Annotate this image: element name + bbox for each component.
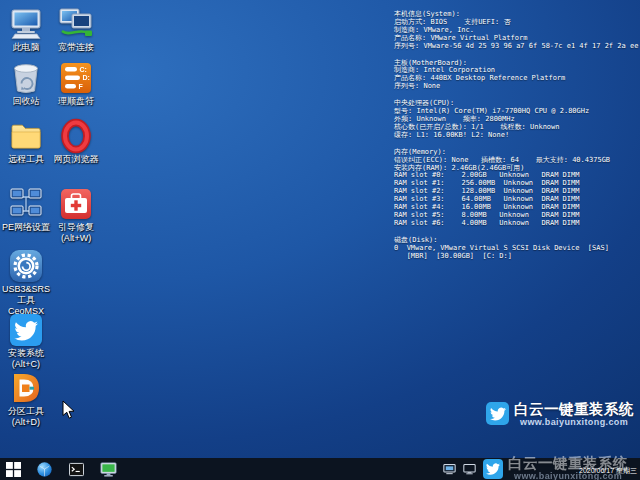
taskbar-cmd-button[interactable] [66, 458, 86, 480]
taskbar-clock[interactable]: 2020/06/17 星期三 [579, 467, 637, 475]
info-section-disk: 磁盘(Disk): 0 VMware, VMware Virtual S SCS… [394, 237, 638, 261]
desktop-icon-drive-letters[interactable]: C: D: F 理顺盘符 [52, 60, 100, 107]
mouse-cursor [62, 400, 76, 424]
computer-icon [8, 6, 44, 42]
icon-label: 网页浏览器 [52, 154, 100, 165]
brand-watermark: 白云一键重装系统 www.baiyunxitong.com [486, 402, 634, 427]
tray-display-icon[interactable] [440, 458, 458, 480]
desktop-icon-this-pc[interactable]: 此电脑 [2, 6, 50, 53]
desktop-icon-pe-network-settings[interactable]: PE网络设置 [2, 186, 50, 233]
gear-icon [8, 248, 44, 284]
start-button[interactable] [4, 458, 22, 480]
icon-label: PE网络设置 [2, 222, 50, 233]
command-prompt-icon [69, 462, 84, 477]
desktop-icon-usb3-srs-tool[interactable]: USB3&SRS 工具CeoMSX [2, 248, 50, 317]
desktop-icon-remote-tools[interactable]: 远程工具 [2, 118, 50, 165]
info-section-system: 本机信息(System): 启动方式: BIOS 支持UEFI: 否 制造商: … [394, 11, 638, 51]
svg-text:F: F [79, 83, 84, 90]
opera-icon [58, 118, 94, 154]
brand-url: www.baiyunxitong.com [520, 417, 634, 427]
icon-label: 此电脑 [2, 42, 50, 53]
taskbar-baiyun-app-button[interactable] [481, 458, 505, 480]
icon-label: 理顺盘符 [52, 96, 100, 107]
windows-logo-icon [6, 462, 21, 477]
icon-label: 宽带连接 [52, 42, 100, 53]
computer-monitor-icon [100, 461, 117, 478]
desktop-icon-web-browser[interactable]: 网页浏览器 [52, 118, 100, 165]
bird-icon [8, 312, 44, 348]
diskgenius-icon [8, 370, 44, 406]
broadband-connection-icon [58, 6, 94, 42]
icon-sublabel: (Alt+D) [2, 417, 50, 428]
taskbar-gem-tool-button[interactable] [34, 458, 54, 480]
icon-label: 远程工具 [2, 154, 50, 165]
icon-label: 分区工具 [2, 406, 50, 417]
system-info-panel: 本机信息(System): 启动方式: BIOS 支持UEFI: 否 制造商: … [394, 11, 638, 269]
icon-label: USB3&SRS [2, 284, 50, 295]
folder-icon [8, 118, 44, 154]
gem-icon [36, 461, 53, 478]
network-icon [8, 186, 44, 222]
desktop-icon-install-system[interactable]: 安装系统 (Alt+C) [2, 312, 50, 370]
svg-text:D:: D: [83, 74, 90, 81]
tray-network-icon[interactable] [460, 458, 478, 480]
first-aid-icon [58, 186, 94, 222]
desktop: 此电脑 回收站 远程工具 PE网络设置 [0, 0, 640, 458]
recycle-bin-icon [8, 60, 44, 96]
taskbar-explorer-button[interactable] [97, 458, 119, 480]
icon-label: 安装系统 [2, 348, 50, 359]
icon-sublabel: (Alt+W) [52, 233, 100, 244]
clock-date: 2020/06/17 星期三 [579, 467, 637, 474]
drive-letters-icon: C: D: F [58, 60, 94, 96]
desktop-icon-boot-repair[interactable]: 引导修复 (Alt+W) [52, 186, 100, 244]
desktop-icon-recycle-bin[interactable]: 回收站 [2, 60, 50, 107]
bird-app-icon [483, 459, 503, 479]
brand-bird-icon [486, 402, 509, 425]
brand-title: 白云一键重装系统 [514, 402, 634, 417]
svg-text:C:: C: [80, 66, 87, 73]
desktop-icon-partition-tool[interactable]: 分区工具 (Alt+D) [2, 370, 50, 428]
info-section-motherboard: 主板(MotherBoard): 制造商: Intel Corporation … [394, 60, 638, 92]
info-section-memory: 内存(Memory): 错误纠正(ECC): None 插槽数: 64 最大支持… [394, 149, 638, 228]
info-section-cpu: 中央处理器(CPU): 型号: Intel(R) Core(TM) i7-770… [394, 100, 638, 140]
icon-sublabel: (Alt+C) [2, 359, 50, 370]
icon-label: 回收站 [2, 96, 50, 107]
desktop-icon-broadband[interactable]: 宽带连接 [52, 6, 100, 53]
icon-label: 引导修复 [52, 222, 100, 233]
